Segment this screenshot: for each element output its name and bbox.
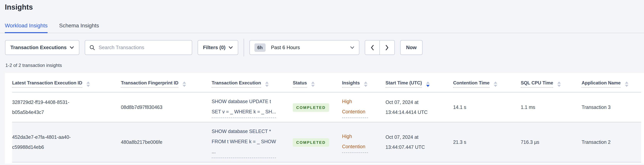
- column-header-latest-transaction-execution-id[interactable]: Latest Transaction Execution ID: [12, 79, 114, 92]
- column-header-transaction-execution[interactable]: Transaction Execution: [205, 79, 286, 92]
- sort-icon-active-desc: [426, 82, 430, 87]
- latest-execution-id-cell: 328729d2-ff19-4408-8531-b05a5b4e43c7: [12, 92, 114, 122]
- chevron-down-icon: [70, 46, 74, 49]
- contention-time-cell: 14.1 s: [447, 92, 514, 122]
- filters-button[interactable]: Filters (0): [198, 40, 238, 55]
- start-time-cell: Oct 07, 2024 at 13:44:14.4414 UTC: [379, 92, 447, 122]
- filters-button-label: Filters (0): [203, 45, 226, 51]
- toolbar: Transaction Executions Filters (0) 6h Pa…: [5, 40, 644, 55]
- column-header-contention-time[interactable]: Contention Time: [447, 79, 514, 92]
- time-range-pager: [365, 40, 395, 55]
- tab-workload-insights[interactable]: Workload Insights: [5, 23, 48, 33]
- column-header-application-name[interactable]: Application Name: [575, 79, 641, 92]
- column-header-sql-cpu-time[interactable]: SQL CPU Time: [514, 79, 575, 92]
- insight-type-select[interactable]: Transaction Executions: [5, 40, 79, 55]
- time-range-label: Past 6 Hours: [271, 45, 300, 51]
- sort-icon: [557, 82, 561, 87]
- sort-icon: [182, 82, 186, 87]
- insight-link[interactable]: High Contention: [342, 131, 368, 153]
- chevron-down-icon: [350, 46, 354, 49]
- search-input[interactable]: [98, 44, 188, 51]
- column-header-insights[interactable]: Insights: [336, 79, 379, 92]
- search-icon: [89, 45, 95, 51]
- latest-execution-id-cell: 452da3e7-e7fa-4801-aa40-c59988d14eb6: [12, 122, 114, 162]
- sort-icon: [625, 82, 628, 87]
- sql-cpu-time-cell: 1.1 ms: [514, 92, 575, 122]
- table-header-row: Latest Transaction Execution ID Transact…: [12, 79, 641, 92]
- sort-icon: [265, 82, 269, 87]
- next-time-range-button[interactable]: [380, 41, 394, 55]
- results-summary: 1-2 of 2 transaction insights: [6, 63, 644, 68]
- column-header-transaction-fingerprint-id[interactable]: Transaction Fingerprint ID: [114, 79, 205, 92]
- sql-cpu-time-cell: 716.3 µs: [514, 122, 575, 162]
- start-time-cell: Oct 07, 2024 at 13:44:07.447 UTC: [379, 122, 447, 162]
- insight-type-select-label: Transaction Executions: [10, 45, 67, 51]
- toolbar-divider: [244, 39, 244, 57]
- tab-bar: Workload Insights Schema Insights: [0, 23, 644, 33]
- contention-time-cell: 21.3 s: [447, 122, 514, 162]
- status-badge: COMPLETED: [293, 138, 329, 147]
- tab-schema-insights[interactable]: Schema Insights: [59, 23, 99, 33]
- sort-icon: [494, 82, 497, 87]
- status-cell: COMPLETED: [286, 92, 336, 122]
- column-header-status[interactable]: Status: [286, 79, 336, 92]
- sort-icon: [364, 82, 368, 87]
- insights-cell: High Contention: [336, 122, 379, 162]
- status-badge: COMPLETED: [293, 103, 329, 112]
- insights-cell: High Contention: [336, 92, 379, 122]
- transaction-execution-cell: SHOW database SELECT * FROM t WHERE k = …: [205, 122, 286, 162]
- page-title: Insights: [5, 3, 644, 11]
- now-button[interactable]: Now: [400, 40, 422, 55]
- table-row: 328729d2-ff19-4408-8531-b05a5b4e43c7 08d…: [12, 92, 641, 122]
- sort-icon: [311, 82, 315, 87]
- transaction-execution-cell: SHOW database UPDATE t SET v = _ WHERE k…: [205, 92, 286, 122]
- now-button-label: Now: [406, 45, 416, 51]
- time-range-badge: 6h: [254, 43, 266, 52]
- insight-link[interactable]: High Contention: [342, 96, 368, 118]
- table-row: 452da3e7-e7fa-4801-aa40-c59988d14eb6 480…: [12, 122, 641, 162]
- fingerprint-id-cell: 480a8b217be006fe: [114, 122, 205, 162]
- transaction-execution-link[interactable]: SHOW database UPDATE t SET v = _ WHERE k…: [212, 96, 276, 118]
- sort-icon: [86, 82, 90, 87]
- status-cell: COMPLETED: [286, 122, 336, 162]
- previous-time-range-button[interactable]: [365, 41, 380, 55]
- chevron-left-icon: [370, 45, 374, 51]
- column-header-start-time[interactable]: Start Time (UTC): [379, 79, 447, 92]
- insights-table-card: Latest Transaction Execution ID Transact…: [5, 73, 644, 164]
- application-name-cell: Transaction 3: [575, 92, 641, 122]
- fingerprint-id-cell: 08d8b7d97f830463: [114, 92, 205, 122]
- application-name-cell: Transaction 2: [575, 122, 641, 162]
- search-box: [85, 40, 192, 55]
- transaction-insights-table: Latest Transaction Execution ID Transact…: [12, 79, 641, 162]
- time-range-picker[interactable]: 6h Past 6 Hours: [250, 40, 359, 55]
- transaction-execution-link[interactable]: SHOW database SELECT * FROM t WHERE k = …: [212, 126, 276, 158]
- chevron-down-icon: [228, 46, 233, 49]
- chevron-right-icon: [385, 45, 389, 51]
